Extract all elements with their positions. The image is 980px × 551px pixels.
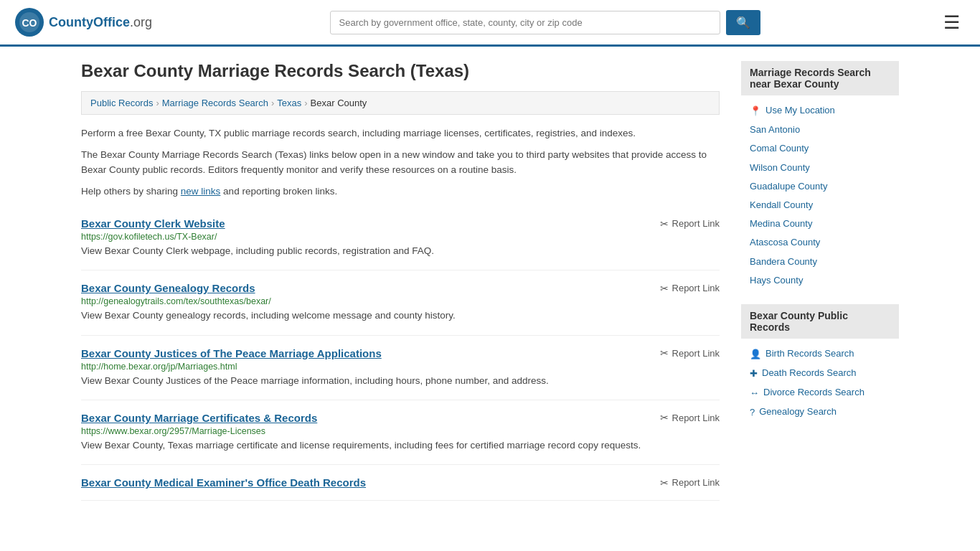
sidebar-public-icon-0: 👤 [750, 348, 761, 361]
sidebar-nearby-section: Marriage Records Search near Bexar Count… [741, 61, 899, 290]
sidebar-nearby-icon-0: 📍 [750, 105, 761, 118]
sidebar-nearby-item-7[interactable]: Atascosa County [741, 233, 899, 252]
breadcrumb-texas[interactable]: Texas [277, 98, 301, 108]
search-button[interactable]: 🔍 [726, 10, 760, 35]
sidebar: Marriage Records Search near Bexar Count… [741, 61, 899, 501]
result-desc-3: View Bexar County, Texas marriage certif… [81, 440, 641, 451]
main-container: Bexar County Marriage Records Search (Te… [67, 47, 913, 515]
report-link-2[interactable]: ✂ Report Link [660, 347, 720, 359]
sidebar-nearby-item-3[interactable]: Wilson County [741, 159, 899, 177]
content-area: Bexar County Marriage Records Search (Te… [81, 61, 720, 501]
result-url-3[interactable]: https://www.bexar.org/2957/Marriage-Lice… [81, 426, 720, 436]
result-entry-4: Bexar County Medical Examiner's Office D… [81, 465, 720, 501]
sidebar-nearby-item-1[interactable]: San Antonio [741, 121, 899, 139]
report-icon-4: ✂ [660, 477, 669, 489]
logo-area: CO CountyOffice.org [14, 7, 152, 37]
search-input[interactable] [330, 11, 720, 34]
sidebar-nearby-item-2[interactable]: Comal County [741, 139, 899, 158]
sidebar-nearby-links: 📍Use My LocationSan AntonioComal CountyW… [741, 101, 899, 290]
sidebar-nearby-item-9[interactable]: Hays County [741, 271, 899, 290]
sidebar-nearby-item-5[interactable]: Kendall County [741, 196, 899, 215]
search-area: 🔍 [330, 10, 760, 35]
result-entry-2: Bexar County Justices of The Peace Marri… [81, 336, 720, 400]
result-entry-3: Bexar County Marriage Certificates & Rec… [81, 400, 720, 465]
desc-para2: The Bexar County Marriage Records Search… [81, 148, 720, 177]
sidebar-public-title: Bexar County Public Records [741, 304, 899, 339]
results-list: Bexar County Clerk Website ✂ Report Link… [81, 206, 720, 501]
result-url-1[interactable]: http://genealogytrails.com/tex/southtexa… [81, 296, 720, 306]
sidebar-public-links: 👤Birth Records Search✚Death Records Sear… [741, 344, 899, 423]
sidebar-public-records-section: Bexar County Public Records 👤Birth Recor… [741, 304, 899, 423]
sidebar-public-icon-3: ? [750, 406, 755, 419]
report-icon-2: ✂ [660, 347, 669, 359]
menu-button[interactable]: ☰ [938, 9, 966, 37]
report-icon-0: ✂ [660, 218, 669, 230]
breadcrumb-marriage-records-search[interactable]: Marriage Records Search [162, 98, 268, 108]
logo-text: CountyOffice.org [49, 15, 152, 30]
result-desc-0: View Bexar County Clerk webpage, includi… [81, 245, 434, 256]
report-icon-3: ✂ [660, 412, 669, 423]
description: Perform a free Bexar County, TX public m… [81, 126, 720, 199]
report-link-1[interactable]: ✂ Report Link [660, 283, 720, 294]
sidebar-nearby-item-8[interactable]: Bandera County [741, 253, 899, 271]
sidebar-public-icon-1: ✚ [750, 367, 758, 380]
report-icon-1: ✂ [660, 283, 669, 294]
sidebar-nearby-item-6[interactable]: Medina County [741, 215, 899, 233]
result-url-2[interactable]: http://home.bexar.org/jp/Marriages.html [81, 362, 720, 372]
result-desc-2: View Bexar County Justices of the Peace … [81, 375, 549, 386]
desc-para3: Help others by sharing new links and rep… [81, 184, 720, 199]
sidebar-public-item-3[interactable]: ?Genealogy Search [741, 402, 899, 422]
sidebar-public-icon-2: ↔ [750, 387, 759, 400]
sidebar-nearby-item-4[interactable]: Guadalupe County [741, 177, 899, 196]
breadcrumb: Public Records › Marriage Records Search… [81, 91, 720, 115]
desc-para1: Perform a free Bexar County, TX public m… [81, 126, 720, 141]
result-title-3[interactable]: Bexar County Marriage Certificates & Rec… [81, 412, 317, 424]
result-entry-1: Bexar County Genealogy Records ✂ Report … [81, 270, 720, 335]
result-title-4[interactable]: Bexar County Medical Examiner's Office D… [81, 476, 366, 489]
logo-icon: CO [14, 7, 44, 37]
result-title-2[interactable]: Bexar County Justices of The Peace Marri… [81, 347, 382, 359]
result-desc-1: View Bexar County genealogy records, inc… [81, 310, 456, 321]
breadcrumb-public-records[interactable]: Public Records [90, 98, 153, 108]
sidebar-nearby-item-0[interactable]: 📍Use My Location [741, 101, 899, 121]
report-link-4[interactable]: ✂ Report Link [660, 477, 720, 489]
svg-text:CO: CO [22, 17, 37, 29]
sidebar-public-item-0[interactable]: 👤Birth Records Search [741, 344, 899, 364]
result-title-1[interactable]: Bexar County Genealogy Records [81, 282, 255, 294]
sidebar-public-item-1[interactable]: ✚Death Records Search [741, 364, 899, 383]
result-title-0[interactable]: Bexar County Clerk Website [81, 217, 225, 230]
sidebar-public-item-2[interactable]: ↔Divorce Records Search [741, 383, 899, 402]
report-link-3[interactable]: ✂ Report Link [660, 412, 720, 423]
new-links-link[interactable]: new links [181, 186, 221, 197]
sidebar-nearby-title: Marriage Records Search near Bexar Count… [741, 61, 899, 95]
result-url-0[interactable]: https://gov.kofiletech.us/TX-Bexar/ [81, 232, 720, 242]
breadcrumb-bexar-county: Bexar County [311, 98, 367, 108]
header: CO CountyOffice.org 🔍 ☰ [0, 0, 980, 47]
page-title: Bexar County Marriage Records Search (Te… [81, 61, 720, 81]
result-entry-0: Bexar County Clerk Website ✂ Report Link… [81, 206, 720, 270]
report-link-0[interactable]: ✂ Report Link [660, 218, 720, 230]
